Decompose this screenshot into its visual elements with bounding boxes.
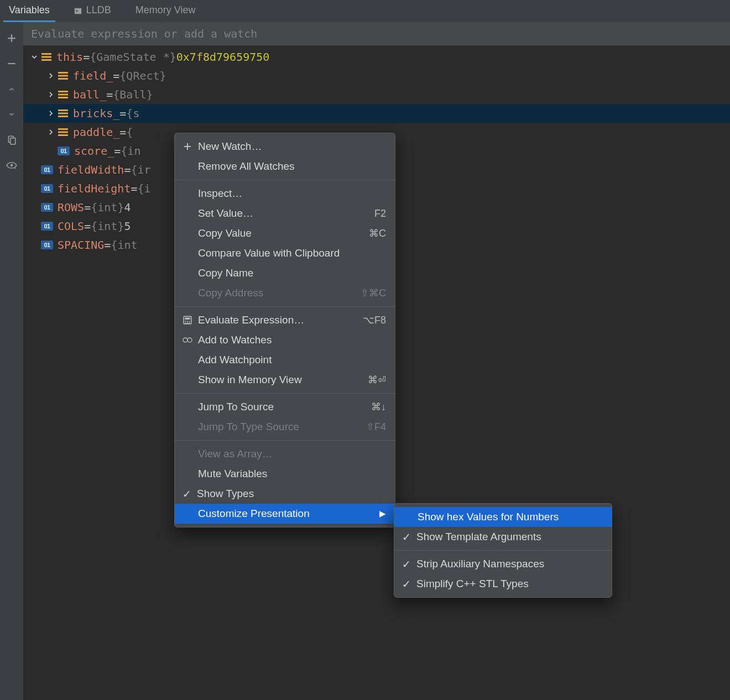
svg-rect-10 xyxy=(58,91,68,92)
move-up-button[interactable] xyxy=(4,82,19,96)
svg-rect-2 xyxy=(11,138,15,144)
menu-item[interactable]: ✓Show Types xyxy=(175,484,395,504)
menu-shortcut: ⌘C xyxy=(369,227,386,239)
variable-type: {int xyxy=(111,236,137,254)
svg-rect-7 xyxy=(58,72,68,74)
show-watches-button[interactable] xyxy=(4,158,19,173)
menu-item[interactable]: ✓Show Template Arguments xyxy=(394,527,612,547)
variable-name: fieldWidth xyxy=(58,160,124,179)
variable-row[interactable]: field_ = {QRect} xyxy=(23,66,730,85)
menu-item-label: Set Value… xyxy=(198,207,372,220)
chevron-down-icon[interactable] xyxy=(30,54,39,60)
menu-item[interactable]: Show hex Values for Numbers xyxy=(394,507,612,527)
variable-name: this xyxy=(56,48,83,66)
menu-item-label: Add to Watches xyxy=(198,334,386,346)
customize-presentation-submenu: Show hex Values for Numbers✓Show Templat… xyxy=(394,503,612,598)
menu-item[interactable]: Mute Variables xyxy=(175,464,395,484)
variable-name: ROWS xyxy=(58,198,84,217)
menu-item-label: Add Watchpoint xyxy=(198,354,386,366)
equals-sign: = xyxy=(84,217,91,236)
variable-row[interactable]: ball_ = {Ball} xyxy=(23,85,730,104)
equals-sign: = xyxy=(119,104,126,123)
primitive-icon: 01 xyxy=(41,241,53,249)
menu-item[interactable]: Copy Name xyxy=(175,263,395,283)
variable-value: 5 xyxy=(124,217,131,236)
variable-name: score_ xyxy=(74,142,114,160)
equals-sign: = xyxy=(124,160,131,179)
menu-shortcut: ⌥F8 xyxy=(363,314,386,326)
menu-item-label: Customize Presentation xyxy=(198,508,377,520)
watch-expression-input[interactable] xyxy=(23,22,730,45)
menu-item[interactable]: Remove All Watches xyxy=(175,156,395,176)
menu-item[interactable]: Show in Memory View⌘⏎ xyxy=(175,370,395,390)
variable-row[interactable]: this = {GameState *} 0x7f8d79659750 xyxy=(23,48,730,66)
menu-item[interactable]: Set Value…F2 xyxy=(175,203,395,223)
svg-point-25 xyxy=(187,322,188,323)
equals-sign: = xyxy=(114,142,121,160)
menu-item: View as Array… xyxy=(175,444,395,464)
primitive-icon: 01 xyxy=(41,165,53,174)
remove-watch-button[interactable] xyxy=(4,56,19,71)
svg-point-21 xyxy=(185,321,186,322)
variables-panel: this = {GameState *} 0x7f8d79659750field… xyxy=(23,22,730,700)
menu-item[interactable]: Evaluate Expression…⌥F8 xyxy=(175,310,395,330)
duplicate-button[interactable] xyxy=(4,133,19,147)
menu-item[interactable]: Jump To Source⌘↓ xyxy=(175,397,395,417)
variable-type: {Ball} xyxy=(113,85,153,104)
svg-rect-5 xyxy=(41,56,51,58)
variable-type: {int} xyxy=(91,198,124,217)
console-icon xyxy=(74,7,82,14)
menu-item[interactable]: Add to Watches xyxy=(175,330,395,350)
variable-row[interactable]: bricks_ = {s xyxy=(23,104,730,123)
menu-item[interactable]: Copy Value⌘C xyxy=(175,223,395,243)
menu-item-label: Copy Value xyxy=(198,227,367,239)
variable-name: field_ xyxy=(73,66,113,85)
add-watch-button[interactable] xyxy=(4,31,19,45)
chevron-right-icon[interactable] xyxy=(46,129,55,135)
menu-item[interactable]: Add Watchpoint xyxy=(175,350,395,370)
variable-type: {s xyxy=(126,104,139,123)
primitive-icon: 01 xyxy=(58,147,70,155)
chevron-right-icon: ▶ xyxy=(379,509,386,519)
check-icon: ✓ xyxy=(399,578,414,591)
tab-variables[interactable]: Variables xyxy=(3,0,55,22)
tab-memory-view[interactable]: Memory View xyxy=(130,0,201,22)
svg-rect-16 xyxy=(58,128,68,130)
move-down-button[interactable] xyxy=(4,107,19,122)
svg-rect-15 xyxy=(58,116,68,117)
variable-type: {ir xyxy=(131,160,150,179)
menu-separator xyxy=(394,550,612,551)
menu-shortcut: ⌘↓ xyxy=(371,401,386,413)
chevron-right-icon[interactable] xyxy=(46,92,55,97)
check-icon: ✓ xyxy=(179,488,195,500)
svg-point-22 xyxy=(187,321,188,322)
debugger-main: this = {GameState *} 0x7f8d79659750field… xyxy=(0,22,730,700)
svg-rect-8 xyxy=(58,75,68,77)
variable-type: {GameState *} xyxy=(90,48,176,66)
struct-icon xyxy=(58,72,69,80)
svg-point-26 xyxy=(189,322,190,323)
menu-item-label: Show Types xyxy=(197,488,386,500)
menu-item[interactable]: Compare Value with Clipboard xyxy=(175,243,395,263)
chevron-right-icon[interactable] xyxy=(46,73,55,79)
menu-item[interactable]: ✓Simplify C++ STL Types xyxy=(394,574,612,594)
variable-type: {i xyxy=(138,179,151,198)
menu-item[interactable]: Customize Presentation▶ xyxy=(175,504,395,524)
variable-value: 4 xyxy=(124,198,131,217)
primitive-icon: 01 xyxy=(41,203,53,212)
svg-rect-12 xyxy=(58,97,68,98)
variable-name: COLS xyxy=(58,217,84,236)
chevron-right-icon[interactable] xyxy=(46,111,55,116)
menu-item[interactable]: New Watch… xyxy=(175,137,395,156)
svg-point-24 xyxy=(185,322,186,323)
menu-item-label: View as Array… xyxy=(198,448,386,460)
tab-lldb[interactable]: LLDB xyxy=(69,0,117,22)
equals-sign: = xyxy=(106,85,113,104)
menu-item[interactable]: ✓Strip Auxiliary Namespaces xyxy=(394,554,612,574)
debugger-tab-strip: Variables LLDB Memory View xyxy=(0,0,730,22)
svg-point-23 xyxy=(189,321,190,322)
menu-item[interactable]: Inspect… xyxy=(175,184,395,203)
context-menu: New Watch…Remove All WatchesInspect…Set … xyxy=(174,133,395,527)
variables-toolbar xyxy=(0,22,23,700)
variable-address: 0x7f8d79659750 xyxy=(176,48,270,66)
